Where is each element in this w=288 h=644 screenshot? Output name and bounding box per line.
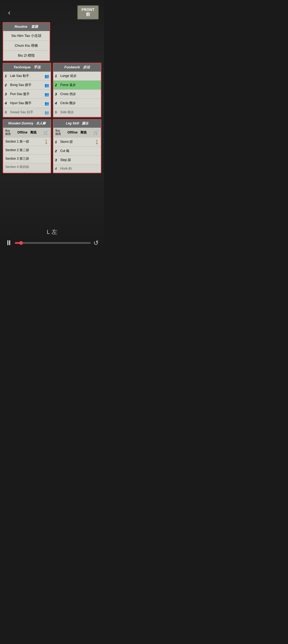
leg-num-3: 3: [55, 158, 59, 162]
tech-label-2: Bong Sau 膀手: [10, 83, 43, 87]
cart-icon-leg: 🛒: [93, 130, 99, 135]
tech-label-3: Pun Sau 盤手: [10, 92, 43, 96]
tech-num-1: 1: [5, 74, 9, 78]
reload-button[interactable]: ↺: [93, 239, 99, 247]
footwork-item-1[interactable]: 1 Lunge 箭步: [53, 72, 101, 81]
people-icon-5: 👥: [45, 110, 49, 115]
wooden-dummy-header-en: Wooden Dummy: [8, 121, 33, 125]
view-label: L 左: [0, 228, 104, 236]
section-2[interactable]: Section 2 第二節: [3, 146, 51, 155]
back-button[interactable]: ‹: [5, 7, 13, 18]
tech-num-2: 2: [5, 83, 9, 87]
leg-icon-1: 🚶: [95, 140, 99, 144]
foot-num-1: 1: [55, 74, 59, 78]
wooden-dummy-offline-text: Offline 离线: [12, 130, 42, 135]
leg-skill-buy-row[interactable]: Buy 購買 Offline 离线 🛒: [53, 128, 101, 138]
footwork-item-3[interactable]: 3 Cross 拐步: [53, 90, 101, 99]
wooden-dummy-header-zh: 木人棒: [36, 121, 46, 125]
front-label-en: FRONT: [82, 7, 94, 12]
bottom-panels-row: Wooden Dummy 木人棒 Buy 購買 Offline 离线 🛒: [3, 119, 101, 173]
section-4[interactable]: Section 4 第四節: [3, 163, 51, 171]
footwork-item-5[interactable]: 5 Side 橫步: [53, 108, 101, 117]
routine-panel: Routine 套路 Siu Nim Tau 小念頭 Chum Kiu 尋橋 B…: [3, 22, 50, 61]
leg-skill-offline-text: Offline 离线: [62, 130, 92, 135]
leg-skill-header-zh: 腿法: [82, 121, 88, 125]
footwork-panel: Footwork 步法 1 Lunge 箭步 2 Force 逼步 3 Cros…: [53, 63, 101, 117]
leg-num-2: 2: [55, 149, 59, 153]
foot-label-5: Side 橫步: [60, 110, 99, 115]
foot-num-5: 5: [55, 110, 59, 114]
section-1-label: Section 1 第一節: [5, 139, 43, 144]
leg-label-2: Cut 截: [60, 149, 99, 153]
foot-label-1: Lunge 箭步: [60, 74, 99, 78]
routine-header-en: Routine: [14, 25, 27, 29]
leg-label-4: Hook 鈎: [60, 166, 99, 171]
technique-item-4[interactable]: 4 Hyun Sau 圈手 👥: [3, 99, 51, 108]
people-icon-1: 👥: [45, 74, 49, 78]
technique-item-1[interactable]: 1 Lak Sau 勒手 👥: [3, 72, 51, 81]
leg-num-4: 4: [55, 167, 59, 171]
leg-skill-header-en: Leg Skill: [66, 121, 79, 125]
leg-label-1: Storm 蹬: [60, 140, 94, 144]
front-label-zh: 前: [82, 12, 94, 17]
footwork-item-4[interactable]: 4 Circle 圈步: [53, 99, 101, 108]
footwork-header-en: Footwork: [64, 65, 80, 69]
technique-header-en: Technique: [13, 65, 31, 69]
wooden-dummy-buy-row[interactable]: Buy 購買 Offline 离线 🛒: [3, 128, 51, 138]
leg-skill-header: Leg Skill 腿法: [53, 120, 101, 128]
leg-item-1[interactable]: 1 Storm 蹬 🚶: [53, 138, 101, 147]
footwork-header: Footwork 步法: [53, 63, 101, 72]
leg-item-4[interactable]: 4 Hook 鈎: [53, 165, 101, 173]
foot-label-3: Cross 拐步: [60, 92, 99, 96]
technique-footwork-row: Technique 手法 1 Lak Sau 勒手 👥 2 Bong Sau 膀…: [3, 63, 101, 117]
section-1-icon: 🚶: [44, 140, 49, 144]
tech-num-4: 4: [5, 101, 9, 105]
routine-header-zh: 套路: [31, 25, 38, 29]
people-icon-2: 👥: [45, 83, 49, 87]
tech-label-4: Hyun Sau 圈手: [10, 101, 43, 105]
technique-item-3[interactable]: 3 Pun Sau 盤手 👥: [3, 90, 51, 99]
people-icon-3: 👥: [45, 92, 49, 96]
technique-item-5[interactable]: 5 Gwaat Sau 刮手 👥: [3, 108, 51, 117]
video-area: L 左 ⏸ ↺: [0, 175, 104, 250]
foot-num-2: 2: [55, 83, 59, 87]
player-controls: ⏸ ↺: [0, 239, 104, 247]
footwork-item-2[interactable]: 2 Force 逼步: [53, 81, 101, 90]
tech-num-5: 5: [5, 110, 9, 114]
panels-container: Routine 套路 Siu Nim Tau 小念頭 Chum Kiu 尋橋 B…: [0, 22, 104, 175]
foot-num-3: 3: [55, 92, 59, 96]
tech-label-5: Gwaat Sau 刮手: [10, 110, 43, 115]
technique-header: Technique 手法: [3, 63, 51, 72]
cart-icon-wooden: 🛒: [43, 130, 49, 135]
wooden-dummy-buy-label: Buy 購買: [5, 129, 11, 136]
technique-panel: Technique 手法 1 Lak Sau 勒手 👥 2 Bong Sau 膀…: [3, 63, 51, 117]
routine-item-3[interactable]: Biu Zi 標指: [3, 51, 50, 61]
section-2-label: Section 2 第二節: [5, 148, 49, 152]
section-4-label: Section 4 第四節: [5, 165, 49, 169]
routine-item-2[interactable]: Chum Kiu 尋橋: [3, 41, 50, 51]
leg-item-2[interactable]: 2 Cut 截: [53, 147, 101, 156]
wooden-dummy-header: Wooden Dummy 木人棒: [3, 120, 51, 128]
people-icon-4: 👥: [45, 101, 49, 105]
front-button[interactable]: FRONT 前: [77, 5, 99, 19]
technique-item-2[interactable]: 2 Bong Sau 膀手 👥: [3, 81, 51, 90]
foot-label-4: Circle 圈步: [60, 101, 99, 105]
play-pause-button[interactable]: ⏸: [5, 239, 12, 247]
routine-item-1[interactable]: Siu Nim Tau 小念頭: [3, 31, 50, 41]
routine-row: Routine 套路 Siu Nim Tau 小念頭 Chum Kiu 尋橋 B…: [3, 22, 101, 61]
top-nav: ‹ FRONT 前: [0, 0, 104, 22]
section-3[interactable]: Section 3 第三節: [3, 155, 51, 163]
leg-label-3: Step 踩: [60, 158, 99, 162]
tech-label-1: Lak Sau 勒手: [10, 74, 43, 78]
tech-num-3: 3: [5, 92, 9, 96]
leg-skill-panel: Leg Skill 腿法 Buy 購買 Offline 离线 🛒: [53, 119, 101, 173]
foot-label-2: Force 逼步: [60, 83, 99, 87]
foot-num-4: 4: [55, 101, 59, 105]
leg-item-3[interactable]: 3 Step 踩: [53, 156, 101, 165]
progress-bar[interactable]: [15, 242, 91, 244]
footwork-header-zh: 步法: [83, 65, 90, 69]
routine-header: Routine 套路: [3, 23, 50, 31]
section-1[interactable]: Section 1 第一節 🚶: [3, 138, 51, 146]
section-3-label: Section 3 第三節: [5, 156, 49, 161]
leg-skill-buy-label: Buy 購買: [55, 129, 61, 136]
